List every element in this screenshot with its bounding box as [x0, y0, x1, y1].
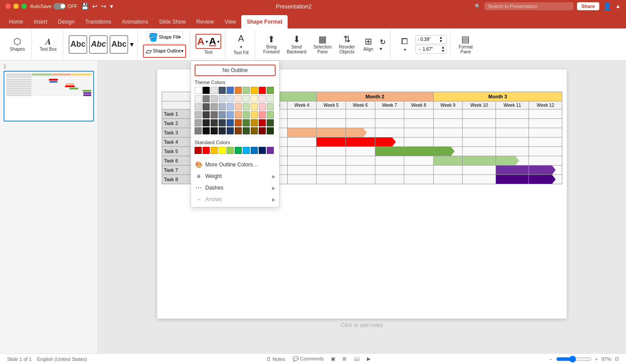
std-color-1[interactable] [195, 147, 202, 154]
style-btn-3[interactable]: Abc [110, 35, 128, 54]
color-gold[interactable] [251, 87, 258, 94]
shade-1-10[interactable] [267, 95, 274, 102]
text-fill-button[interactable]: A ▾ Text Fill [231, 32, 251, 57]
shade-5-9[interactable] [259, 127, 266, 134]
shade-1-8[interactable] [251, 95, 258, 102]
color-black[interactable] [203, 87, 210, 94]
height-value[interactable]: 1.67" [423, 47, 440, 52]
std-color-7[interactable] [243, 147, 250, 154]
color-green[interactable] [267, 87, 274, 94]
shade-1-9[interactable] [259, 95, 266, 102]
color-dark-blue-gray[interactable] [219, 87, 226, 94]
width-value[interactable]: 0.39" [420, 37, 438, 42]
shade-5-6[interactable] [235, 127, 242, 134]
zoom-out-icon[interactable]: − [549, 356, 552, 362]
shade-5-2[interactable] [203, 127, 210, 134]
std-color-10[interactable] [267, 147, 274, 154]
shade-2-10[interactable] [267, 103, 274, 110]
text-a-dropdown[interactable]: ▾ [206, 39, 208, 44]
style-btn-2[interactable]: Abc [89, 35, 108, 54]
color-red[interactable] [259, 87, 266, 94]
zoom-slider[interactable] [556, 356, 592, 363]
shade-2-9[interactable] [259, 103, 266, 110]
shade-3-1[interactable] [195, 111, 202, 118]
shade-5-10[interactable] [267, 127, 274, 134]
shade-3-6[interactable] [235, 111, 242, 118]
text-a-icon[interactable]: A [197, 36, 204, 47]
view-reading-icon[interactable]: 📖 [354, 356, 360, 362]
autosave-toggle[interactable] [53, 3, 66, 9]
tab-transitions[interactable]: Transitions [80, 15, 116, 28]
shade-4-5[interactable] [227, 119, 234, 126]
text-box-button[interactable]: 𝑨 Text Box [37, 35, 59, 53]
shade-2-4[interactable] [219, 103, 226, 110]
weight-item[interactable]: ≡ Weight ▶ [191, 170, 279, 182]
shade-3-2[interactable] [203, 111, 210, 118]
std-color-8[interactable] [251, 147, 258, 154]
shade-4-3[interactable] [211, 119, 218, 126]
notes-button[interactable]: 🗒 Notes [266, 356, 285, 362]
std-color-5[interactable] [227, 147, 234, 154]
more-icon[interactable]: ▾ [110, 3, 113, 10]
shade-4-1[interactable] [195, 119, 202, 126]
account-icon[interactable]: 👤 [603, 2, 612, 11]
shade-2-5[interactable] [227, 103, 234, 110]
tab-animations[interactable]: Animations [117, 15, 154, 28]
shade-2-2[interactable] [203, 103, 210, 110]
zoom-in-icon[interactable]: + [595, 356, 598, 362]
shape-fill-dropdown-icon[interactable]: ▾ [179, 35, 181, 40]
shade-1-4[interactable] [219, 95, 226, 102]
arrows-item[interactable]: → Arrows ▶ [191, 194, 279, 205]
bring-forward-button[interactable]: ⬆ BringForward [260, 33, 282, 56]
shade-5-5[interactable] [227, 127, 234, 134]
search-input[interactable] [484, 2, 573, 10]
color-light-gray[interactable] [211, 87, 218, 94]
shade-3-8[interactable] [251, 111, 258, 118]
shade-5-1[interactable] [195, 127, 202, 134]
save-icon[interactable]: 💾 [81, 3, 89, 10]
color-light-green[interactable] [243, 87, 250, 94]
shade-1-3[interactable] [211, 95, 218, 102]
tab-insert[interactable]: Insert [28, 15, 53, 28]
tab-design[interactable]: Design [53, 15, 80, 28]
tab-slideshow[interactable]: Slide Show [154, 15, 191, 28]
redo-icon[interactable]: ↪ [101, 3, 106, 10]
std-color-6[interactable] [235, 147, 242, 154]
shade-2-8[interactable] [251, 103, 258, 110]
shade-4-7[interactable] [243, 119, 250, 126]
std-color-2[interactable] [203, 147, 210, 154]
more-styles-icon[interactable]: ▾ [130, 40, 134, 49]
shade-2-7[interactable] [243, 103, 250, 110]
shade-1-7[interactable] [243, 95, 250, 102]
reorder-objects-button[interactable]: ⇅ ReorderObjects [336, 33, 358, 56]
send-backward-button[interactable]: ⬇ SendBackward [284, 33, 309, 56]
collapse-ribbon-icon[interactable]: ▲ [615, 3, 621, 9]
shade-1-5[interactable] [227, 95, 234, 102]
std-color-9[interactable] [259, 147, 266, 154]
shade-3-5[interactable] [227, 111, 234, 118]
shape-outline-dropdown-icon[interactable]: ▾ [181, 49, 183, 53]
shade-3-7[interactable] [243, 111, 250, 118]
zoom-level[interactable]: 97% [602, 356, 611, 362]
more-outline-colors-item[interactable]: 🎨 More Outline Colors... [191, 159, 279, 170]
color-blue[interactable] [227, 87, 234, 94]
add-notes-hint[interactable]: Click to add notes [341, 322, 383, 328]
undo-icon[interactable]: ↩ [92, 3, 98, 10]
align-button[interactable]: ⊞ Align [359, 35, 377, 53]
shade-1-2[interactable] [203, 95, 210, 102]
tab-review[interactable]: Review [191, 15, 219, 28]
text-underline-dropdown[interactable]: ▾ [217, 39, 220, 44]
view-grid-icon[interactable]: ⊞ [342, 356, 346, 362]
shade-1-6[interactable] [235, 95, 242, 102]
slideshow-icon[interactable]: ▶ [367, 356, 370, 362]
view-normal-icon[interactable]: ▣ [331, 356, 335, 362]
height-down-icon[interactable]: ▼ [441, 49, 445, 53]
shade-3-9[interactable] [259, 111, 266, 118]
fit-to-window-icon[interactable]: ⊡ [615, 356, 619, 362]
selection-pane-button[interactable]: ▦ SelectionPane [311, 33, 334, 56]
height-stepper[interactable]: ▲ ▼ [441, 46, 445, 53]
dashes-item[interactable]: ⋯ Dashes ▶ [191, 182, 279, 194]
shade-4-6[interactable] [235, 119, 242, 126]
share-button[interactable]: Share [577, 2, 600, 10]
shape-fill-button[interactable]: 🪣 Shape Fill ▾ [146, 31, 183, 44]
